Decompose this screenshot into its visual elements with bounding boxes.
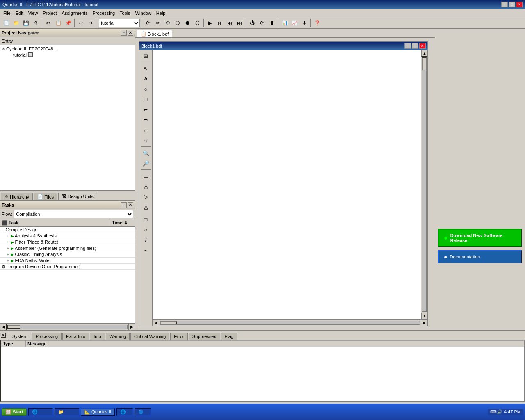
expand-compile[interactable]: − <box>2 227 4 232</box>
tb-start-btn[interactable]: ⏯ <box>215 18 224 27</box>
tb-icon-2[interactable]: ✏ <box>153 18 162 27</box>
hscroll-thumb[interactable] <box>160 321 177 324</box>
tb-compile-btn[interactable]: ▶ <box>205 18 215 27</box>
documentation-button[interactable]: ● Documentation <box>438 250 522 263</box>
play-eda[interactable]: ▶ <box>11 258 14 263</box>
bdf-pointer-tool[interactable]: ↖ <box>141 64 151 73</box>
close-button[interactable]: ✕ <box>516 2 523 7</box>
maximize-button[interactable]: □ <box>509 2 515 7</box>
bdf-rect-tool[interactable]: □ <box>141 94 151 104</box>
task-row-assembler[interactable]: + ▶ Assembler (Generate programming file… <box>0 245 135 251</box>
bdf-line-tool[interactable]: / <box>141 235 151 245</box>
tb-icon-4[interactable]: ⬡ <box>173 18 182 27</box>
tb-simulate-btn[interactable]: 📊 <box>280 18 289 27</box>
copy-button[interactable]: 📋 <box>54 18 63 27</box>
tab-files[interactable]: 📄 Files <box>34 193 57 200</box>
panel-minimize-btn[interactable]: − <box>121 30 127 36</box>
task-row-fitter[interactable]: + ▶ Fitter (Place & Route) <box>0 239 135 245</box>
hscroll-left-arrow[interactable]: ◀ <box>153 320 159 326</box>
expand-timing[interactable]: + <box>7 252 9 257</box>
bdf-wire-tool-2[interactable]: ¬ <box>141 115 151 125</box>
vscroll-thumb[interactable] <box>422 58 426 70</box>
tree-item-tutorial[interactable]: → tutorial 🔲 <box>1 52 134 58</box>
menu-window[interactable]: Window <box>133 10 154 16</box>
menu-help[interactable]: Help <box>154 10 168 16</box>
play-assembler[interactable]: ▶ <box>11 246 14 251</box>
menu-edit[interactable]: Edit <box>13 10 26 16</box>
tb-stop-btn[interactable]: ⏮ <box>225 18 234 27</box>
tb-icon-5[interactable]: ⬢ <box>183 18 192 27</box>
start-button[interactable]: 🪟 Start <box>2 408 27 416</box>
bottom-panel-close[interactable]: ✕ <box>0 331 7 340</box>
tb-power-btn[interactable]: ⏻ <box>248 18 257 27</box>
tb-step-btn[interactable]: ⏭ <box>235 18 244 27</box>
taskbar-quartus-btn[interactable]: 📐 Quartus II <box>81 408 115 416</box>
scroll-track[interactable] <box>7 325 128 329</box>
tab-design-units[interactable]: 🏗 Design Units <box>58 193 97 200</box>
bdf-rect-select-tool[interactable]: ▭ <box>141 171 151 181</box>
task-row-compile[interactable]: − Compile Design <box>0 227 135 233</box>
bdf-minimize-btn[interactable]: − <box>404 43 411 49</box>
bdf-arrow-up2-tool[interactable]: △ <box>141 202 151 212</box>
undo-button[interactable]: ↩ <box>76 18 85 27</box>
hscroll-right-arrow[interactable]: ▶ <box>421 320 427 326</box>
bdf-arrow-up-tool[interactable]: △ <box>141 181 151 191</box>
menu-view[interactable]: View <box>26 10 41 16</box>
menu-assignments[interactable]: Assignments <box>59 10 90 16</box>
taskbar-app-btn-2[interactable]: 🌐 <box>116 408 133 416</box>
bdf-symbol-tool[interactable]: ○ <box>141 84 151 94</box>
bdf-maximize-btn[interactable]: □ <box>412 43 418 49</box>
panel-close-btn[interactable]: ✕ <box>128 30 133 36</box>
hscroll-track[interactable] <box>160 321 420 325</box>
tb-prog-btn[interactable]: ⬇ <box>300 18 309 27</box>
tb-help-btn[interactable]: ❓ <box>313 18 322 27</box>
new-button[interactable]: 📄 <box>2 18 11 27</box>
task-row-timing[interactable]: + ▶ Classic Timing Analysis <box>0 251 135 258</box>
tab-suppressed[interactable]: Suppressed <box>189 333 220 340</box>
bdf-circle-tool[interactable]: ○ <box>141 225 151 235</box>
tb-icon-1[interactable]: ⟳ <box>144 18 153 27</box>
open-button[interactable]: 📁 <box>11 18 21 27</box>
bdf-close-btn[interactable]: ✕ <box>419 43 426 49</box>
bdf-wire-tool-1[interactable]: ⌐ <box>141 105 151 114</box>
bdf-move-tool[interactable]: ↔ <box>141 135 151 145</box>
expand-assembler[interactable]: + <box>7 246 9 251</box>
vscroll-track[interactable] <box>422 57 427 312</box>
menu-project[interactable]: Project <box>40 10 59 16</box>
vscroll-up-arrow[interactable]: ▲ <box>421 50 427 57</box>
print-button[interactable]: 🖨 <box>31 18 40 27</box>
tb-pause-btn[interactable]: ⏸ <box>267 18 276 27</box>
play-timing[interactable]: ▶ <box>11 252 14 257</box>
tb-reset-btn[interactable]: ⟳ <box>258 18 267 27</box>
bdf-select-all-tool[interactable]: ⊞ <box>141 51 151 61</box>
bdf-arrow-right-tool[interactable]: ▷ <box>141 192 151 201</box>
tab-processing[interactable]: Processing <box>32 333 62 340</box>
bdf-canvas[interactable] <box>153 50 421 319</box>
paste-button[interactable]: 📌 <box>64 18 73 27</box>
task-row-analysis[interactable]: + ▶ Analysis & Synthesis <box>0 233 135 239</box>
tab-error[interactable]: Error <box>170 333 187 340</box>
play-fitter[interactable]: ▶ <box>11 240 14 244</box>
bdf-find-tool[interactable]: 🔎 <box>141 158 151 168</box>
scroll-left-arrow[interactable]: ◀ <box>0 324 7 330</box>
flow-toolbar-combo[interactable]: tutorial <box>99 19 140 27</box>
bdf-hscroll[interactable]: ◀ ▶ <box>153 319 427 326</box>
taskbar-app-btn-3[interactable]: 🔵 <box>135 408 151 416</box>
task-row-eda[interactable]: + ▶ EDA Netlist Writer <box>0 258 135 264</box>
tab-flag[interactable]: Flag <box>221 333 237 340</box>
flow-combo[interactable]: Compilation Classic Analysis <box>14 210 133 218</box>
tb-timing-btn[interactable]: 📈 <box>290 18 299 27</box>
tb-icon-3[interactable]: ⚙ <box>163 18 172 27</box>
scroll-thumb[interactable] <box>8 325 20 329</box>
left-panel-scrollbar[interactable]: ◀ ▶ <box>0 323 135 330</box>
bottom-close-x-btn[interactable]: ✕ <box>1 333 6 338</box>
bdf-vscroll[interactable]: ▲ ▼ <box>421 50 427 319</box>
menu-file[interactable]: File <box>1 10 13 16</box>
task-row-program[interactable]: ⚙ Program Device (Open Programmer) <box>0 264 135 270</box>
tab-info[interactable]: Info <box>90 333 105 340</box>
bdf-zoom-tool[interactable]: 🔍 <box>141 148 151 158</box>
tasks-close-btn[interactable]: ✕ <box>128 202 133 208</box>
cut-button[interactable]: ✂ <box>44 18 53 27</box>
taskbar-ie-btn[interactable]: 🌐 <box>28 408 53 416</box>
bdf-box-tool[interactable]: □ <box>141 215 151 224</box>
